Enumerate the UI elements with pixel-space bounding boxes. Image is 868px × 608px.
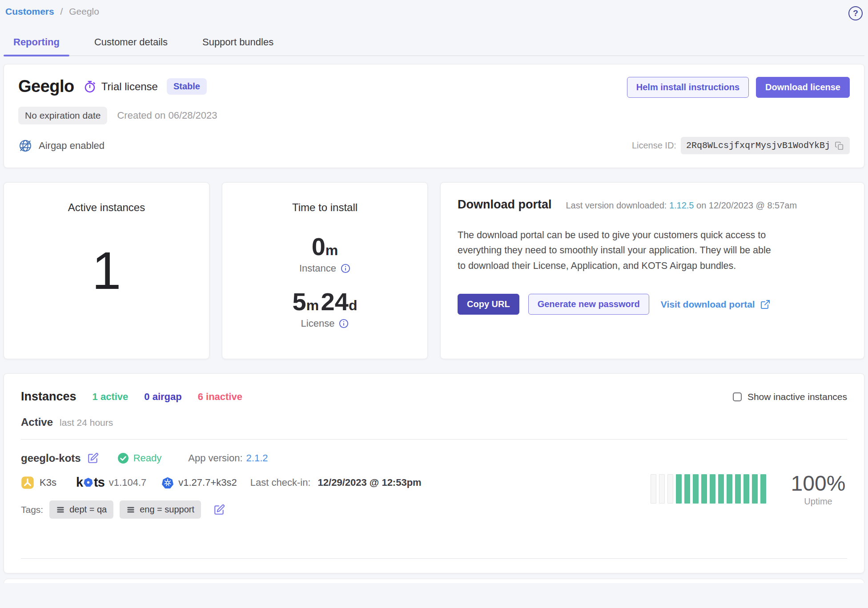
customer-bottom-row: Airgap enabled License ID: 2Rq8WLcsjfxqr… [18, 137, 850, 154]
app-version-label: App version: [188, 452, 242, 464]
breadcrumb: Customers / Geeglo [5, 6, 99, 17]
instance-name[interactable]: geeglo-kots [21, 452, 81, 464]
copy-url-button[interactable]: Copy URL [458, 294, 519, 315]
edit-tags-icon[interactable] [213, 504, 225, 516]
last-checkin-label: Last check-in: [250, 477, 311, 488]
last-version-downloaded: Last version downloaded: 1.12.5 on 12/20… [566, 200, 797, 211]
tag-label: dept = qa [69, 504, 107, 515]
tags-label: Tags: [21, 504, 43, 515]
count-active[interactable]: 1 active [92, 391, 129, 403]
license-type: Trial license [83, 80, 158, 93]
active-section-sublabel: last 24 hours [60, 417, 113, 428]
active-section-label: Active [21, 416, 53, 428]
license-time-label: License [301, 318, 335, 329]
uptime-bar-filled [676, 474, 682, 504]
external-link-icon [760, 299, 771, 310]
ready-check-icon [117, 452, 129, 464]
distro-group: K3s [21, 476, 56, 489]
license-time-number-1: 5 [293, 288, 306, 316]
kubernetes-version-group: v1.27.7+k3s2 [161, 476, 237, 489]
uptime-value: 100% [789, 471, 847, 496]
uptime-bar-filled [693, 474, 699, 504]
show-inactive-checkbox[interactable] [733, 392, 742, 401]
instance-time-unit: m [326, 242, 338, 258]
last-version-link[interactable]: 1.12.5 [669, 200, 694, 210]
license-id-value: 2Rq8WLcsjfxqrMysjvB1WodYkBj [686, 140, 830, 151]
license-type-label: Trial license [101, 80, 158, 93]
count-inactive[interactable]: 6 inactive [198, 391, 242, 403]
count-airgap[interactable]: 0 airgap [144, 391, 181, 403]
breadcrumb-customers-link[interactable]: Customers [5, 6, 54, 16]
edit-instance-name-icon[interactable] [87, 452, 99, 464]
tag-label: eng = support [140, 504, 194, 515]
instances-card: Instances 1 active 0 airgap 6 inactive S… [4, 373, 864, 573]
customer-name-row: Geeglo Trial license Stable [18, 77, 207, 96]
last-checkin-value: 12/29/2023 @ 12:53pm [318, 477, 422, 488]
instance-info: geeglo-kots [21, 452, 422, 519]
instance-info-icon[interactable] [341, 264, 350, 273]
uptime-bar-filled [701, 474, 707, 504]
tag-chip[interactable]: dept = qa [49, 500, 113, 519]
breadcrumb-current: Geeglo [69, 6, 99, 16]
license-time-unit-1: m [306, 297, 319, 313]
show-inactive-toggle[interactable]: Show inactive instances [733, 392, 847, 402]
app-version-link[interactable]: 2.1.2 [246, 452, 268, 464]
copy-icon[interactable] [835, 141, 844, 151]
uptime-bar-filled [718, 474, 724, 504]
channel-badge: Stable [167, 78, 207, 95]
active-instances-value: 1 [92, 240, 121, 301]
last-version-suffix: on 12/20/2023 @ 8:57am [696, 200, 797, 210]
trial-timer-icon [83, 80, 96, 93]
tab-bar: Reporting Customer details Support bundl… [4, 31, 864, 56]
airgap-status: Airgap enabled [18, 139, 104, 153]
top-bar: Customers / Geeglo ? [4, 6, 864, 20]
helm-install-instructions-button[interactable]: Helm install instructions [627, 77, 749, 98]
download-license-button[interactable]: Download license [756, 77, 850, 98]
uptime-label: Uptime [789, 496, 847, 507]
tag-chip[interactable]: eng = support [120, 500, 201, 519]
license-info-icon[interactable] [339, 319, 349, 328]
download-portal-title: Download portal [458, 198, 552, 212]
instance-line-3: Tags: dept = qa [21, 500, 422, 519]
license-time-label-row: License [301, 318, 349, 329]
kots-logo-k: k [76, 475, 83, 490]
kots-logo: k ts v1.104.7 [76, 475, 146, 490]
tab-support-bundles[interactable]: Support bundles [193, 31, 283, 56]
tag-icon [126, 505, 135, 514]
tag-icon [56, 505, 65, 514]
kots-version: v1.104.7 [109, 477, 146, 488]
help-icon[interactable]: ? [848, 6, 863, 20]
breadcrumb-separator: / [60, 6, 63, 16]
time-to-install-card: Time to install 0m Instance 5m 24d [222, 182, 428, 359]
kots-logo-ts: ts [94, 475, 104, 490]
uptime-bar-filled [735, 474, 741, 504]
expiration-badge: No expiration date [18, 107, 107, 124]
uptime-bar-empty [667, 474, 673, 504]
visit-download-portal-link[interactable]: Visit download portal [661, 299, 771, 310]
uptime-chart [651, 474, 766, 504]
kubernetes-icon [161, 476, 174, 489]
instance-line-1: geeglo-kots [21, 452, 422, 464]
app-version: App version: 2.1.2 [188, 452, 268, 464]
instance-row: geeglo-kots [21, 440, 847, 519]
distro-label: K3s [40, 477, 56, 488]
airgap-label: Airgap enabled [39, 140, 104, 152]
download-portal-header: Download portal Last version downloaded:… [458, 198, 847, 212]
uptime-bar-filled [710, 474, 715, 504]
show-inactive-label: Show inactive instances [747, 392, 847, 402]
license-id-label: License ID: [632, 140, 676, 151]
customer-meta-row: No expiration date Created on 06/28/2023 [18, 107, 850, 124]
instances-header: Instances 1 active 0 airgap 6 inactive S… [21, 390, 847, 404]
next-card-peek [4, 579, 864, 583]
instances-title: Instances [21, 390, 76, 404]
uptime-bar-filled [760, 474, 766, 504]
download-portal-card: Download portal Last version downloaded:… [440, 182, 864, 359]
uptime-stats: 100% Uptime [789, 471, 847, 507]
tab-reporting[interactable]: Reporting [4, 31, 69, 56]
uptime-bar-filled [684, 474, 690, 504]
generate-new-password-button[interactable]: Generate new password [528, 294, 649, 315]
instance-status: Ready [117, 452, 162, 464]
tab-customer-details[interactable]: Customer details [84, 31, 177, 56]
instance-time-label-row: Instance [299, 263, 350, 274]
license-id-chip[interactable]: 2Rq8WLcsjfxqrMysjvB1WodYkBj [681, 137, 850, 154]
